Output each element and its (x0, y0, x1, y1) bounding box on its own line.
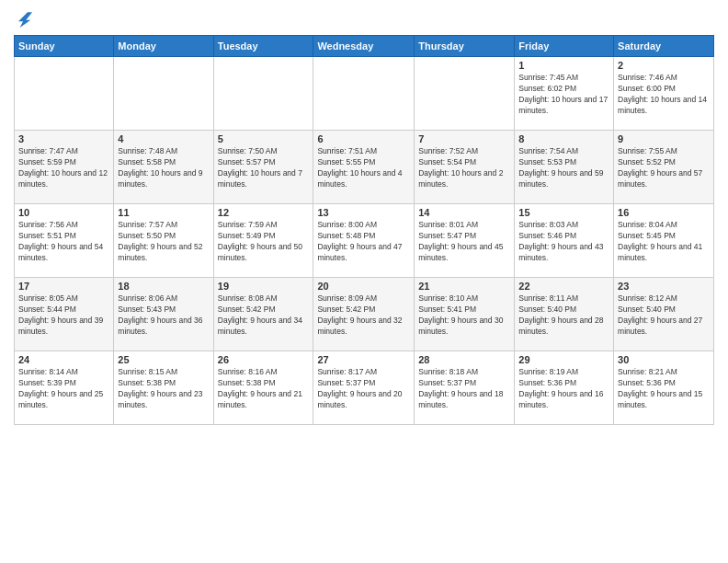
day-number: 18 (118, 281, 209, 292)
calendar-cell: 12Sunrise: 7:59 AM Sunset: 5:49 PM Dayli… (213, 204, 313, 278)
day-number: 21 (418, 281, 510, 292)
calendar-cell: 14Sunrise: 8:01 AM Sunset: 5:47 PM Dayli… (415, 204, 515, 278)
day-number: 4 (118, 133, 209, 144)
calendar-cell: 15Sunrise: 8:03 AM Sunset: 5:46 PM Dayli… (515, 204, 614, 278)
calendar-cell: 26Sunrise: 8:16 AM Sunset: 5:38 PM Dayli… (213, 351, 313, 425)
day-number: 15 (518, 207, 609, 218)
day-number: 1 (518, 60, 609, 71)
day-info: Sunrise: 7:52 AM Sunset: 5:54 PM Dayligh… (418, 146, 510, 190)
calendar-cell: 4Sunrise: 7:48 AM Sunset: 5:58 PM Daylig… (114, 131, 213, 204)
day-number: 9 (618, 133, 710, 144)
day-number: 10 (18, 207, 109, 218)
day-info: Sunrise: 7:51 AM Sunset: 5:55 PM Dayligh… (317, 146, 410, 190)
calendar-week-row: 10Sunrise: 7:56 AM Sunset: 5:51 PM Dayli… (15, 204, 714, 278)
day-number: 19 (218, 281, 310, 292)
day-number: 14 (418, 207, 510, 218)
calendar-cell: 30Sunrise: 8:21 AM Sunset: 5:36 PM Dayli… (614, 351, 714, 425)
day-info: Sunrise: 8:03 AM Sunset: 5:46 PM Dayligh… (518, 220, 609, 264)
day-number: 17 (18, 281, 109, 292)
calendar-body: 1Sunrise: 7:45 AM Sunset: 6:02 PM Daylig… (15, 57, 714, 425)
calendar-cell: 2Sunrise: 7:46 AM Sunset: 6:00 PM Daylig… (614, 57, 714, 131)
calendar-cell: 1Sunrise: 7:45 AM Sunset: 6:02 PM Daylig… (515, 57, 614, 131)
calendar-cell: 29Sunrise: 8:19 AM Sunset: 5:36 PM Dayli… (515, 351, 614, 425)
weekday-row: SundayMondayTuesdayWednesdayThursdayFrid… (15, 36, 714, 57)
day-info: Sunrise: 8:09 AM Sunset: 5:42 PM Dayligh… (317, 293, 410, 338)
calendar-header: SundayMondayTuesdayWednesdayThursdayFrid… (15, 36, 714, 57)
calendar-week-row: 17Sunrise: 8:05 AM Sunset: 5:44 PM Dayli… (15, 278, 714, 351)
day-number: 22 (518, 281, 609, 292)
calendar-cell (415, 57, 515, 131)
day-number: 20 (317, 281, 410, 292)
header (14, 9, 714, 28)
weekday-header: Wednesday (313, 36, 415, 57)
weekday-header: Tuesday (213, 36, 313, 57)
calendar-cell: 22Sunrise: 8:11 AM Sunset: 5:40 PM Dayli… (515, 278, 614, 351)
day-info: Sunrise: 8:12 AM Sunset: 5:40 PM Dayligh… (618, 293, 710, 338)
day-number: 5 (218, 133, 310, 144)
day-info: Sunrise: 8:01 AM Sunset: 5:47 PM Dayligh… (418, 220, 510, 264)
calendar-cell: 28Sunrise: 8:18 AM Sunset: 5:37 PM Dayli… (415, 351, 515, 425)
day-number: 27 (317, 354, 410, 365)
weekday-header: Friday (515, 36, 614, 57)
calendar: SundayMondayTuesdayWednesdayThursdayFrid… (14, 35, 714, 425)
day-number: 2 (618, 60, 710, 71)
day-number: 12 (218, 207, 310, 218)
day-info: Sunrise: 7:57 AM Sunset: 5:50 PM Dayligh… (118, 220, 209, 264)
day-number: 26 (218, 354, 310, 365)
day-info: Sunrise: 8:21 AM Sunset: 5:36 PM Dayligh… (618, 367, 710, 411)
calendar-cell: 13Sunrise: 8:00 AM Sunset: 5:48 PM Dayli… (313, 204, 415, 278)
logo-icon (14, 9, 32, 28)
day-info: Sunrise: 7:59 AM Sunset: 5:49 PM Dayligh… (218, 220, 310, 264)
day-number: 16 (618, 207, 710, 218)
day-number: 25 (118, 354, 209, 365)
day-info: Sunrise: 8:06 AM Sunset: 5:43 PM Dayligh… (118, 293, 209, 338)
calendar-cell: 19Sunrise: 8:08 AM Sunset: 5:42 PM Dayli… (213, 278, 313, 351)
calendar-cell (213, 57, 313, 131)
calendar-week-row: 24Sunrise: 8:14 AM Sunset: 5:39 PM Dayli… (15, 351, 714, 425)
calendar-cell: 7Sunrise: 7:52 AM Sunset: 5:54 PM Daylig… (415, 131, 515, 204)
day-number: 28 (418, 354, 510, 365)
svg-marker-0 (18, 12, 32, 28)
calendar-cell: 17Sunrise: 8:05 AM Sunset: 5:44 PM Dayli… (15, 278, 114, 351)
calendar-cell: 18Sunrise: 8:06 AM Sunset: 5:43 PM Dayli… (114, 278, 213, 351)
calendar-cell: 23Sunrise: 8:12 AM Sunset: 5:40 PM Dayli… (614, 278, 714, 351)
calendar-week-row: 3Sunrise: 7:47 AM Sunset: 5:59 PM Daylig… (15, 131, 714, 204)
calendar-week-row: 1Sunrise: 7:45 AM Sunset: 6:02 PM Daylig… (15, 57, 714, 131)
calendar-cell: 21Sunrise: 8:10 AM Sunset: 5:41 PM Dayli… (415, 278, 515, 351)
day-info: Sunrise: 8:08 AM Sunset: 5:42 PM Dayligh… (218, 293, 310, 338)
day-info: Sunrise: 7:45 AM Sunset: 6:02 PM Dayligh… (518, 73, 609, 117)
weekday-header: Thursday (415, 36, 515, 57)
day-number: 7 (418, 133, 510, 144)
page: SundayMondayTuesdayWednesdayThursdayFrid… (0, 0, 728, 563)
day-number: 6 (317, 133, 410, 144)
day-number: 13 (317, 207, 410, 218)
day-info: Sunrise: 8:15 AM Sunset: 5:38 PM Dayligh… (118, 367, 209, 411)
calendar-cell: 27Sunrise: 8:17 AM Sunset: 5:37 PM Dayli… (313, 351, 415, 425)
day-info: Sunrise: 7:47 AM Sunset: 5:59 PM Dayligh… (18, 146, 109, 190)
day-info: Sunrise: 7:46 AM Sunset: 6:00 PM Dayligh… (618, 73, 710, 117)
calendar-cell: 10Sunrise: 7:56 AM Sunset: 5:51 PM Dayli… (15, 204, 114, 278)
day-info: Sunrise: 8:16 AM Sunset: 5:38 PM Dayligh… (218, 367, 310, 411)
calendar-cell: 9Sunrise: 7:55 AM Sunset: 5:52 PM Daylig… (614, 131, 714, 204)
calendar-cell: 8Sunrise: 7:54 AM Sunset: 5:53 PM Daylig… (515, 131, 614, 204)
day-info: Sunrise: 8:05 AM Sunset: 5:44 PM Dayligh… (18, 293, 109, 338)
calendar-cell: 3Sunrise: 7:47 AM Sunset: 5:59 PM Daylig… (15, 131, 114, 204)
calendar-cell: 24Sunrise: 8:14 AM Sunset: 5:39 PM Dayli… (15, 351, 114, 425)
day-info: Sunrise: 8:18 AM Sunset: 5:37 PM Dayligh… (418, 367, 510, 411)
calendar-cell: 20Sunrise: 8:09 AM Sunset: 5:42 PM Dayli… (313, 278, 415, 351)
day-info: Sunrise: 7:54 AM Sunset: 5:53 PM Dayligh… (518, 146, 609, 190)
day-info: Sunrise: 8:17 AM Sunset: 5:37 PM Dayligh… (317, 367, 410, 411)
weekday-header: Saturday (614, 36, 714, 57)
day-info: Sunrise: 7:48 AM Sunset: 5:58 PM Dayligh… (118, 146, 209, 190)
day-number: 30 (618, 354, 710, 365)
weekday-header: Sunday (15, 36, 114, 57)
weekday-header: Monday (114, 36, 213, 57)
day-info: Sunrise: 7:56 AM Sunset: 5:51 PM Dayligh… (18, 220, 109, 264)
day-info: Sunrise: 8:00 AM Sunset: 5:48 PM Dayligh… (317, 220, 410, 264)
day-number: 24 (18, 354, 109, 365)
logo (14, 9, 34, 28)
calendar-cell: 11Sunrise: 7:57 AM Sunset: 5:50 PM Dayli… (114, 204, 213, 278)
day-number: 8 (518, 133, 609, 144)
day-info: Sunrise: 8:04 AM Sunset: 5:45 PM Dayligh… (618, 220, 710, 264)
calendar-cell: 25Sunrise: 8:15 AM Sunset: 5:38 PM Dayli… (114, 351, 213, 425)
